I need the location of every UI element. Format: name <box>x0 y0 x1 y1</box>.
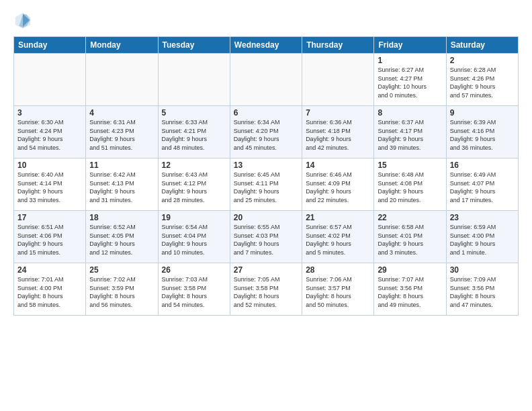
cell-text: Sunrise: 7:01 AM Sunset: 4:00 PM Dayligh… <box>17 275 82 309</box>
day-number: 5 <box>162 108 226 118</box>
day-number: 10 <box>17 161 82 170</box>
calendar-header-row: SundayMondayTuesdayWednesdayThursdayFrid… <box>14 37 519 54</box>
day-number: 14 <box>306 161 370 170</box>
day-number: 16 <box>450 161 515 170</box>
calendar-cell: 26Sunrise: 7:03 AM Sunset: 3:58 PM Dayli… <box>158 263 230 316</box>
day-number: 22 <box>378 213 442 222</box>
calendar-day-header: Saturday <box>446 37 518 54</box>
cell-text: Sunrise: 6:42 AM Sunset: 4:13 PM Dayligh… <box>89 171 154 204</box>
cell-text: Sunrise: 6:49 AM Sunset: 4:07 PM Dayligh… <box>450 171 515 204</box>
calendar-day-header: Wednesday <box>230 37 302 54</box>
calendar-week-row: 17Sunrise: 6:51 AM Sunset: 4:06 PM Dayli… <box>14 211 519 263</box>
calendar-cell <box>302 54 374 106</box>
cell-text: Sunrise: 6:43 AM Sunset: 4:12 PM Dayligh… <box>162 171 226 204</box>
calendar-cell: 21Sunrise: 6:57 AM Sunset: 4:02 PM Dayli… <box>302 211 374 263</box>
day-number: 15 <box>378 161 442 170</box>
day-number: 30 <box>450 265 515 275</box>
calendar-cell: 12Sunrise: 6:43 AM Sunset: 4:12 PM Dayli… <box>158 158 230 211</box>
cell-text: Sunrise: 6:34 AM Sunset: 4:20 PM Dayligh… <box>234 118 298 152</box>
calendar-week-row: 1Sunrise: 6:27 AM Sunset: 4:27 PM Daylig… <box>14 54 519 106</box>
calendar-cell: 10Sunrise: 6:40 AM Sunset: 4:14 PM Dayli… <box>14 158 86 211</box>
calendar-cell: 20Sunrise: 6:55 AM Sunset: 4:03 PM Dayli… <box>230 211 302 263</box>
day-number: 25 <box>89 265 154 275</box>
logo <box>13 11 35 30</box>
calendar-cell: 16Sunrise: 6:49 AM Sunset: 4:07 PM Dayli… <box>446 158 518 211</box>
calendar-cell: 9Sunrise: 6:39 AM Sunset: 4:16 PM Daylig… <box>446 106 518 158</box>
day-number: 9 <box>450 108 515 118</box>
cell-text: Sunrise: 6:59 AM Sunset: 4:00 PM Dayligh… <box>450 223 515 257</box>
day-number: 19 <box>162 213 226 222</box>
calendar-cell: 22Sunrise: 6:58 AM Sunset: 4:01 PM Dayli… <box>374 211 446 263</box>
day-number: 1 <box>378 56 442 65</box>
cell-text: Sunrise: 7:03 AM Sunset: 3:58 PM Dayligh… <box>162 275 226 309</box>
day-number: 4 <box>89 108 154 118</box>
cell-text: Sunrise: 6:27 AM Sunset: 4:27 PM Dayligh… <box>378 66 442 99</box>
cell-text: Sunrise: 7:07 AM Sunset: 3:56 PM Dayligh… <box>378 275 442 309</box>
cell-text: Sunrise: 7:02 AM Sunset: 3:59 PM Dayligh… <box>89 275 154 309</box>
calendar-day-header: Tuesday <box>158 37 230 54</box>
cell-text: Sunrise: 6:30 AM Sunset: 4:24 PM Dayligh… <box>17 118 82 152</box>
cell-text: Sunrise: 6:48 AM Sunset: 4:08 PM Dayligh… <box>378 171 442 204</box>
calendar-cell: 1Sunrise: 6:27 AM Sunset: 4:27 PM Daylig… <box>374 54 446 106</box>
calendar-cell: 5Sunrise: 6:33 AM Sunset: 4:21 PM Daylig… <box>158 106 230 158</box>
calendar-week-row: 24Sunrise: 7:01 AM Sunset: 4:00 PM Dayli… <box>14 263 519 316</box>
cell-text: Sunrise: 6:36 AM Sunset: 4:18 PM Dayligh… <box>306 118 370 152</box>
day-number: 26 <box>162 265 226 275</box>
cell-text: Sunrise: 7:09 AM Sunset: 3:56 PM Dayligh… <box>450 275 515 309</box>
day-number: 7 <box>306 108 370 118</box>
calendar-day-header: Monday <box>86 37 158 54</box>
day-number: 21 <box>306 213 370 222</box>
calendar-cell <box>158 54 230 106</box>
calendar-cell: 28Sunrise: 7:06 AM Sunset: 3:57 PM Dayli… <box>302 263 374 316</box>
calendar-cell <box>86 54 158 106</box>
day-number: 24 <box>17 265 82 275</box>
calendar-cell: 23Sunrise: 6:59 AM Sunset: 4:00 PM Dayli… <box>446 211 518 263</box>
calendar-week-row: 10Sunrise: 6:40 AM Sunset: 4:14 PM Dayli… <box>14 158 519 211</box>
day-number: 18 <box>89 213 154 222</box>
day-number: 17 <box>17 213 82 222</box>
cell-text: Sunrise: 6:39 AM Sunset: 4:16 PM Dayligh… <box>450 118 515 152</box>
day-number: 23 <box>450 213 515 222</box>
calendar-cell: 11Sunrise: 6:42 AM Sunset: 4:13 PM Dayli… <box>86 158 158 211</box>
calendar-cell: 25Sunrise: 7:02 AM Sunset: 3:59 PM Dayli… <box>86 263 158 316</box>
calendar-cell: 18Sunrise: 6:52 AM Sunset: 4:05 PM Dayli… <box>86 211 158 263</box>
cell-text: Sunrise: 6:40 AM Sunset: 4:14 PM Dayligh… <box>17 171 82 204</box>
cell-text: Sunrise: 6:45 AM Sunset: 4:11 PM Dayligh… <box>234 171 298 204</box>
day-number: 3 <box>17 108 82 118</box>
calendar-cell: 24Sunrise: 7:01 AM Sunset: 4:00 PM Dayli… <box>14 263 86 316</box>
calendar-day-header: Friday <box>374 37 446 54</box>
day-number: 11 <box>89 161 154 170</box>
calendar-cell: 17Sunrise: 6:51 AM Sunset: 4:06 PM Dayli… <box>14 211 86 263</box>
calendar-table: SundayMondayTuesdayWednesdayThursdayFrid… <box>13 36 519 316</box>
cell-text: Sunrise: 7:05 AM Sunset: 3:58 PM Dayligh… <box>234 275 298 309</box>
calendar-cell: 6Sunrise: 6:34 AM Sunset: 4:20 PM Daylig… <box>230 106 302 158</box>
calendar-cell: 3Sunrise: 6:30 AM Sunset: 4:24 PM Daylig… <box>14 106 86 158</box>
cell-text: Sunrise: 6:33 AM Sunset: 4:21 PM Dayligh… <box>162 118 226 152</box>
calendar-cell: 30Sunrise: 7:09 AM Sunset: 3:56 PM Dayli… <box>446 263 518 316</box>
calendar-cell: 7Sunrise: 6:36 AM Sunset: 4:18 PM Daylig… <box>302 106 374 158</box>
day-number: 13 <box>234 161 298 170</box>
cell-text: Sunrise: 6:51 AM Sunset: 4:06 PM Dayligh… <box>17 223 82 257</box>
calendar-cell: 27Sunrise: 7:05 AM Sunset: 3:58 PM Dayli… <box>230 263 302 316</box>
day-number: 2 <box>450 56 515 65</box>
day-number: 29 <box>378 265 442 275</box>
calendar-cell: 15Sunrise: 6:48 AM Sunset: 4:08 PM Dayli… <box>374 158 446 211</box>
cell-text: Sunrise: 6:28 AM Sunset: 4:26 PM Dayligh… <box>450 66 515 99</box>
cell-text: Sunrise: 6:58 AM Sunset: 4:01 PM Dayligh… <box>378 223 442 257</box>
calendar-cell: 8Sunrise: 6:37 AM Sunset: 4:17 PM Daylig… <box>374 106 446 158</box>
calendar-cell: 13Sunrise: 6:45 AM Sunset: 4:11 PM Dayli… <box>230 158 302 211</box>
day-number: 20 <box>234 213 298 222</box>
cell-text: Sunrise: 6:37 AM Sunset: 4:17 PM Dayligh… <box>378 118 442 152</box>
calendar-cell: 29Sunrise: 7:07 AM Sunset: 3:56 PM Dayli… <box>374 263 446 316</box>
cell-text: Sunrise: 6:55 AM Sunset: 4:03 PM Dayligh… <box>234 223 298 257</box>
calendar-cell: 14Sunrise: 6:46 AM Sunset: 4:09 PM Dayli… <box>302 158 374 211</box>
cell-text: Sunrise: 7:06 AM Sunset: 3:57 PM Dayligh… <box>306 275 370 309</box>
calendar-day-header: Thursday <box>302 37 374 54</box>
calendar-cell: 19Sunrise: 6:54 AM Sunset: 4:04 PM Dayli… <box>158 211 230 263</box>
logo-icon <box>13 11 32 30</box>
calendar-cell <box>230 54 302 106</box>
page: SundayMondayTuesdayWednesdayThursdayFrid… <box>0 0 532 411</box>
calendar-cell <box>14 54 86 106</box>
cell-text: Sunrise: 6:54 AM Sunset: 4:04 PM Dayligh… <box>162 223 226 257</box>
cell-text: Sunrise: 6:57 AM Sunset: 4:02 PM Dayligh… <box>306 223 370 257</box>
